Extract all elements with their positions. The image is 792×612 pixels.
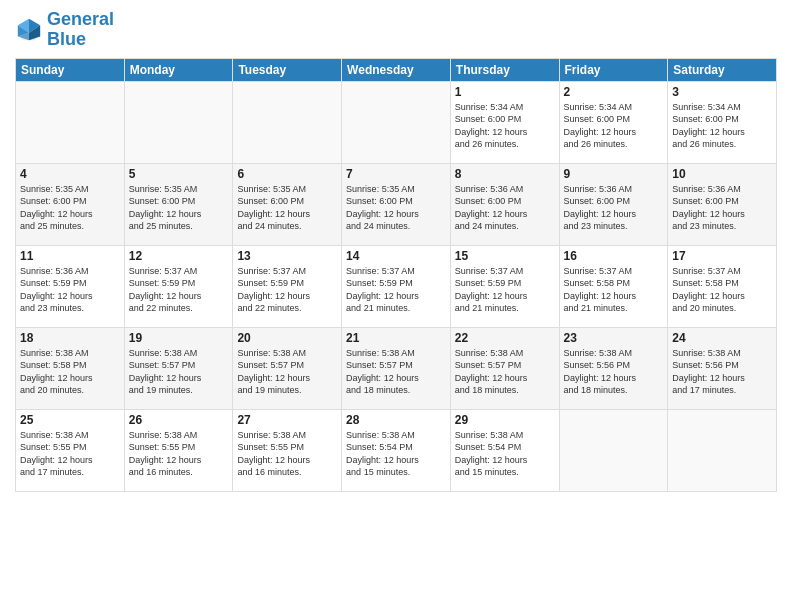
- day-cell: 4Sunrise: 5:35 AM Sunset: 6:00 PM Daylig…: [16, 163, 125, 245]
- page: General Blue SundayMondayTuesdayWednesda…: [0, 0, 792, 612]
- calendar-table: SundayMondayTuesdayWednesdayThursdayFrid…: [15, 58, 777, 492]
- day-cell: [124, 81, 233, 163]
- day-number: 24: [672, 331, 772, 345]
- day-cell: 14Sunrise: 5:37 AM Sunset: 5:59 PM Dayli…: [342, 245, 451, 327]
- day-cell: [16, 81, 125, 163]
- day-info: Sunrise: 5:38 AM Sunset: 5:55 PM Dayligh…: [129, 429, 229, 479]
- day-info: Sunrise: 5:37 AM Sunset: 5:58 PM Dayligh…: [672, 265, 772, 315]
- day-number: 23: [564, 331, 664, 345]
- day-cell: 11Sunrise: 5:36 AM Sunset: 5:59 PM Dayli…: [16, 245, 125, 327]
- header-cell-friday: Friday: [559, 58, 668, 81]
- day-info: Sunrise: 5:37 AM Sunset: 5:59 PM Dayligh…: [129, 265, 229, 315]
- day-number: 10: [672, 167, 772, 181]
- day-info: Sunrise: 5:35 AM Sunset: 6:00 PM Dayligh…: [20, 183, 120, 233]
- day-cell: 16Sunrise: 5:37 AM Sunset: 5:58 PM Dayli…: [559, 245, 668, 327]
- day-number: 28: [346, 413, 446, 427]
- day-cell: 29Sunrise: 5:38 AM Sunset: 5:54 PM Dayli…: [450, 409, 559, 491]
- day-info: Sunrise: 5:38 AM Sunset: 5:57 PM Dayligh…: [129, 347, 229, 397]
- day-cell: 1Sunrise: 5:34 AM Sunset: 6:00 PM Daylig…: [450, 81, 559, 163]
- header-cell-sunday: Sunday: [16, 58, 125, 81]
- day-cell: [668, 409, 777, 491]
- day-info: Sunrise: 5:37 AM Sunset: 5:59 PM Dayligh…: [455, 265, 555, 315]
- day-number: 6: [237, 167, 337, 181]
- day-cell: 5Sunrise: 5:35 AM Sunset: 6:00 PM Daylig…: [124, 163, 233, 245]
- day-info: Sunrise: 5:35 AM Sunset: 6:00 PM Dayligh…: [346, 183, 446, 233]
- day-number: 26: [129, 413, 229, 427]
- day-number: 5: [129, 167, 229, 181]
- day-info: Sunrise: 5:34 AM Sunset: 6:00 PM Dayligh…: [672, 101, 772, 151]
- day-info: Sunrise: 5:37 AM Sunset: 5:59 PM Dayligh…: [346, 265, 446, 315]
- day-cell: 7Sunrise: 5:35 AM Sunset: 6:00 PM Daylig…: [342, 163, 451, 245]
- day-cell: [233, 81, 342, 163]
- day-number: 18: [20, 331, 120, 345]
- day-info: Sunrise: 5:38 AM Sunset: 5:57 PM Dayligh…: [455, 347, 555, 397]
- day-cell: 10Sunrise: 5:36 AM Sunset: 6:00 PM Dayli…: [668, 163, 777, 245]
- day-cell: 18Sunrise: 5:38 AM Sunset: 5:58 PM Dayli…: [16, 327, 125, 409]
- day-number: 16: [564, 249, 664, 263]
- header-cell-monday: Monday: [124, 58, 233, 81]
- day-cell: 20Sunrise: 5:38 AM Sunset: 5:57 PM Dayli…: [233, 327, 342, 409]
- day-number: 1: [455, 85, 555, 99]
- day-cell: 13Sunrise: 5:37 AM Sunset: 5:59 PM Dayli…: [233, 245, 342, 327]
- day-number: 25: [20, 413, 120, 427]
- day-number: 4: [20, 167, 120, 181]
- day-info: Sunrise: 5:36 AM Sunset: 6:00 PM Dayligh…: [564, 183, 664, 233]
- day-number: 14: [346, 249, 446, 263]
- header-cell-wednesday: Wednesday: [342, 58, 451, 81]
- day-info: Sunrise: 5:36 AM Sunset: 6:00 PM Dayligh…: [672, 183, 772, 233]
- day-info: Sunrise: 5:37 AM Sunset: 5:59 PM Dayligh…: [237, 265, 337, 315]
- week-row-1: 1Sunrise: 5:34 AM Sunset: 6:00 PM Daylig…: [16, 81, 777, 163]
- header-row: SundayMondayTuesdayWednesdayThursdayFrid…: [16, 58, 777, 81]
- day-number: 3: [672, 85, 772, 99]
- day-info: Sunrise: 5:37 AM Sunset: 5:58 PM Dayligh…: [564, 265, 664, 315]
- day-number: 12: [129, 249, 229, 263]
- day-cell: 28Sunrise: 5:38 AM Sunset: 5:54 PM Dayli…: [342, 409, 451, 491]
- header-cell-saturday: Saturday: [668, 58, 777, 81]
- week-row-3: 11Sunrise: 5:36 AM Sunset: 5:59 PM Dayli…: [16, 245, 777, 327]
- day-info: Sunrise: 5:38 AM Sunset: 5:56 PM Dayligh…: [672, 347, 772, 397]
- header-cell-thursday: Thursday: [450, 58, 559, 81]
- day-info: Sunrise: 5:36 AM Sunset: 5:59 PM Dayligh…: [20, 265, 120, 315]
- day-number: 13: [237, 249, 337, 263]
- day-cell: 9Sunrise: 5:36 AM Sunset: 6:00 PM Daylig…: [559, 163, 668, 245]
- day-info: Sunrise: 5:35 AM Sunset: 6:00 PM Dayligh…: [237, 183, 337, 233]
- day-info: Sunrise: 5:36 AM Sunset: 6:00 PM Dayligh…: [455, 183, 555, 233]
- day-cell: 23Sunrise: 5:38 AM Sunset: 5:56 PM Dayli…: [559, 327, 668, 409]
- day-cell: 2Sunrise: 5:34 AM Sunset: 6:00 PM Daylig…: [559, 81, 668, 163]
- logo-icon: [15, 16, 43, 44]
- day-info: Sunrise: 5:38 AM Sunset: 5:54 PM Dayligh…: [455, 429, 555, 479]
- day-number: 2: [564, 85, 664, 99]
- day-cell: 8Sunrise: 5:36 AM Sunset: 6:00 PM Daylig…: [450, 163, 559, 245]
- day-info: Sunrise: 5:34 AM Sunset: 6:00 PM Dayligh…: [564, 101, 664, 151]
- day-info: Sunrise: 5:38 AM Sunset: 5:58 PM Dayligh…: [20, 347, 120, 397]
- day-info: Sunrise: 5:38 AM Sunset: 5:57 PM Dayligh…: [346, 347, 446, 397]
- day-info: Sunrise: 5:38 AM Sunset: 5:54 PM Dayligh…: [346, 429, 446, 479]
- day-number: 9: [564, 167, 664, 181]
- day-info: Sunrise: 5:38 AM Sunset: 5:55 PM Dayligh…: [237, 429, 337, 479]
- logo: General Blue: [15, 10, 114, 50]
- day-number: 15: [455, 249, 555, 263]
- day-info: Sunrise: 5:38 AM Sunset: 5:55 PM Dayligh…: [20, 429, 120, 479]
- day-cell: 15Sunrise: 5:37 AM Sunset: 5:59 PM Dayli…: [450, 245, 559, 327]
- day-cell: [342, 81, 451, 163]
- day-cell: 24Sunrise: 5:38 AM Sunset: 5:56 PM Dayli…: [668, 327, 777, 409]
- day-number: 7: [346, 167, 446, 181]
- day-cell: 27Sunrise: 5:38 AM Sunset: 5:55 PM Dayli…: [233, 409, 342, 491]
- day-info: Sunrise: 5:34 AM Sunset: 6:00 PM Dayligh…: [455, 101, 555, 151]
- week-row-4: 18Sunrise: 5:38 AM Sunset: 5:58 PM Dayli…: [16, 327, 777, 409]
- week-row-5: 25Sunrise: 5:38 AM Sunset: 5:55 PM Dayli…: [16, 409, 777, 491]
- day-cell: [559, 409, 668, 491]
- day-cell: 22Sunrise: 5:38 AM Sunset: 5:57 PM Dayli…: [450, 327, 559, 409]
- day-number: 20: [237, 331, 337, 345]
- logo-text-block: General Blue: [47, 10, 114, 50]
- day-number: 11: [20, 249, 120, 263]
- day-cell: 21Sunrise: 5:38 AM Sunset: 5:57 PM Dayli…: [342, 327, 451, 409]
- day-cell: 12Sunrise: 5:37 AM Sunset: 5:59 PM Dayli…: [124, 245, 233, 327]
- day-info: Sunrise: 5:38 AM Sunset: 5:56 PM Dayligh…: [564, 347, 664, 397]
- day-cell: 17Sunrise: 5:37 AM Sunset: 5:58 PM Dayli…: [668, 245, 777, 327]
- week-row-2: 4Sunrise: 5:35 AM Sunset: 6:00 PM Daylig…: [16, 163, 777, 245]
- day-cell: 19Sunrise: 5:38 AM Sunset: 5:57 PM Dayli…: [124, 327, 233, 409]
- day-info: Sunrise: 5:35 AM Sunset: 6:00 PM Dayligh…: [129, 183, 229, 233]
- day-info: Sunrise: 5:38 AM Sunset: 5:57 PM Dayligh…: [237, 347, 337, 397]
- day-number: 21: [346, 331, 446, 345]
